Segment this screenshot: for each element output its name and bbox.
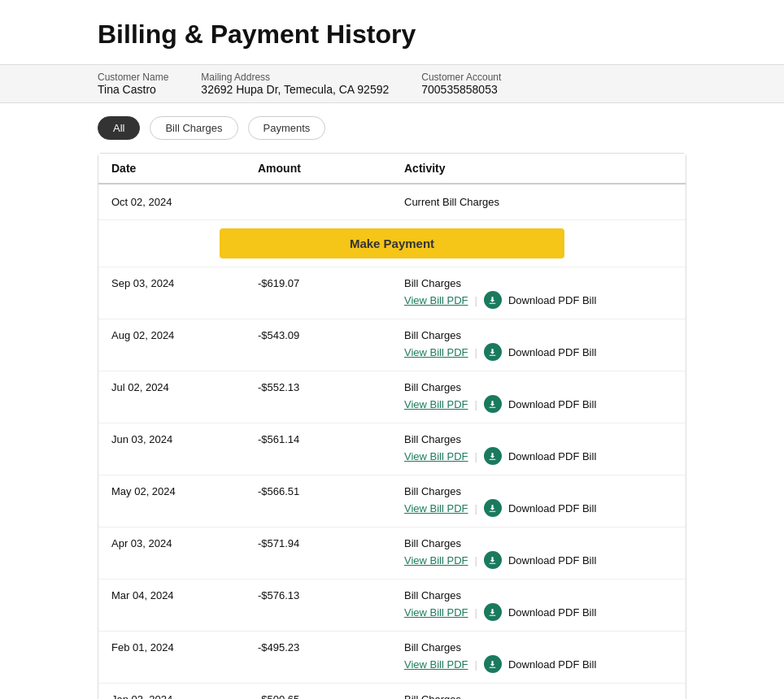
bill-top-row: Jun 03, 2024 -$561.14 Bill Charges <box>98 423 686 445</box>
filter-payments-button[interactable]: Payments <box>248 116 326 140</box>
bill-link-group: View Bill PDF | Download PDF Bill <box>404 551 673 569</box>
download-pdf-link[interactable]: Download PDF Bill <box>508 398 596 410</box>
bill-activity: Bill Charges <box>404 693 673 699</box>
bill-link-group: View Bill PDF | Download PDF Bill <box>404 603 673 621</box>
bill-activity: Bill Charges <box>404 537 673 549</box>
view-bill-link[interactable]: View Bill PDF <box>404 606 468 619</box>
bill-activity: Bill Charges <box>404 485 673 497</box>
download-pdf-link[interactable]: Download PDF Bill <box>508 502 596 514</box>
bill-bottom-row: View Bill PDF | Download PDF Bill <box>98 341 686 371</box>
download-icon <box>484 551 502 569</box>
bill-top-row: Sep 03, 2024 -$619.07 Bill Charges <box>98 267 686 289</box>
bill-amount: -$495.23 <box>258 641 404 653</box>
bill-link-group: View Bill PDF | Download PDF Bill <box>404 343 673 361</box>
table-row: Jun 03, 2024 -$561.14 Bill Charges View … <box>98 423 686 475</box>
bill-link-group: View Bill PDF | Download PDF Bill <box>404 395 673 413</box>
bill-activity: Bill Charges <box>404 329 673 341</box>
current-bill-activity: Current Bill Charges <box>404 196 673 208</box>
filter-bill-charges-button[interactable]: Bill Charges <box>150 116 237 140</box>
bill-top-row: Aug 02, 2024 -$543.09 Bill Charges <box>98 319 686 341</box>
bill-top-row: May 02, 2024 -$566.51 Bill Charges <box>98 475 686 497</box>
bill-date: Jan 03, 2024 <box>111 693 258 699</box>
bill-link-group: View Bill PDF | Download PDF Bill <box>404 655 673 673</box>
customer-name-label: Customer Name <box>98 72 168 83</box>
customer-address-section: Mailing Address 32692 Hupa Dr, Temecula,… <box>201 72 389 96</box>
bill-bottom-row: View Bill PDF | Download PDF Bill <box>98 549 686 579</box>
filter-all-button[interactable]: All <box>98 116 140 140</box>
bill-activity: Bill Charges <box>404 641 673 653</box>
bill-amount: -$576.13 <box>258 589 404 601</box>
table-row: May 02, 2024 -$566.51 Bill Charges View … <box>98 475 686 528</box>
customer-name-value: Tina Castro <box>98 83 168 96</box>
customer-info-bar: Customer Name Tina Castro Mailing Addres… <box>0 64 784 103</box>
table-row: Mar 04, 2024 -$576.13 Bill Charges View … <box>98 580 686 632</box>
view-bill-link[interactable]: View Bill PDF <box>404 346 468 358</box>
bill-records: Sep 03, 2024 -$619.07 Bill Charges View … <box>98 267 686 699</box>
bill-top-row: Feb 01, 2024 -$495.23 Bill Charges <box>98 632 686 653</box>
bill-amount: -$571.94 <box>258 537 404 549</box>
bill-date: Jun 03, 2024 <box>111 433 258 445</box>
download-pdf-link[interactable]: Download PDF Bill <box>508 554 596 567</box>
download-icon <box>484 395 502 413</box>
separator: | <box>475 346 477 358</box>
view-bill-link[interactable]: View Bill PDF <box>404 398 468 410</box>
col-date: Date <box>111 162 258 175</box>
table-row: Jul 02, 2024 -$552.13 Bill Charges View … <box>98 371 686 423</box>
separator: | <box>475 606 477 619</box>
current-bill-row: Oct 02, 2024 Current Bill Charges <box>98 185 686 220</box>
bill-activity: Bill Charges <box>404 381 673 393</box>
download-pdf-link[interactable]: Download PDF Bill <box>508 294 596 306</box>
bill-amount: -$552.13 <box>258 381 404 393</box>
col-amount: Amount <box>258 162 404 175</box>
customer-account-label: Customer Account <box>421 72 501 83</box>
table-header: Date Amount Activity <box>98 154 686 185</box>
bill-bottom-row: View Bill PDF | Download PDF Bill <box>98 653 686 683</box>
make-payment-button[interactable]: Make Payment <box>220 228 564 258</box>
bill-link-group: View Bill PDF | Download PDF Bill <box>404 447 673 465</box>
customer-name-section: Customer Name Tina Castro <box>98 72 168 96</box>
separator: | <box>475 450 477 462</box>
download-pdf-link[interactable]: Download PDF Bill <box>508 450 596 462</box>
download-pdf-link[interactable]: Download PDF Bill <box>508 606 596 619</box>
view-bill-link[interactable]: View Bill PDF <box>404 658 468 671</box>
bill-bottom-row: View Bill PDF | Download PDF Bill <box>98 289 686 319</box>
current-bill-date: Oct 02, 2024 <box>111 196 258 208</box>
bill-amount: -$566.51 <box>258 485 404 497</box>
bill-bottom-row: View Bill PDF | Download PDF Bill <box>98 393 686 423</box>
download-icon <box>484 603 502 621</box>
bill-date: Mar 04, 2024 <box>111 589 258 601</box>
table-row: Feb 01, 2024 -$495.23 Bill Charges View … <box>98 632 686 684</box>
bill-bottom-row: View Bill PDF | Download PDF Bill <box>98 497 686 527</box>
bill-top-row: Jul 02, 2024 -$552.13 Bill Charges <box>98 371 686 393</box>
view-bill-link[interactable]: View Bill PDF <box>404 554 468 567</box>
download-pdf-link[interactable]: Download PDF Bill <box>508 658 596 671</box>
bill-top-row: Apr 03, 2024 -$571.94 Bill Charges <box>98 528 686 549</box>
separator: | <box>475 398 477 410</box>
download-pdf-link[interactable]: Download PDF Bill <box>508 346 596 358</box>
bill-amount: -$543.09 <box>258 329 404 341</box>
separator: | <box>475 658 477 671</box>
separator: | <box>475 294 477 306</box>
view-bill-link[interactable]: View Bill PDF <box>404 450 468 462</box>
bill-date: Feb 01, 2024 <box>111 641 258 653</box>
bill-top-row: Mar 04, 2024 -$576.13 Bill Charges <box>98 580 686 601</box>
make-payment-row: Make Payment <box>98 220 686 267</box>
view-bill-link[interactable]: View Bill PDF <box>404 294 468 306</box>
download-icon <box>484 447 502 465</box>
bill-link-group: View Bill PDF | Download PDF Bill <box>404 499 673 517</box>
bill-amount: -$561.14 <box>258 433 404 445</box>
table-row: Sep 03, 2024 -$619.07 Bill Charges View … <box>98 267 686 319</box>
billing-table: Date Amount Activity Oct 02, 2024 Curren… <box>98 153 686 699</box>
table-row: Apr 03, 2024 -$571.94 Bill Charges View … <box>98 528 686 580</box>
bill-activity: Bill Charges <box>404 277 673 289</box>
filter-bar: All Bill Charges Payments <box>0 103 784 153</box>
bill-activity: Bill Charges <box>404 589 673 601</box>
page-title: Billing & Payment History <box>0 0 784 64</box>
table-row: Jan 03, 2024 -$500.65 Bill Charges View … <box>98 684 686 699</box>
download-icon <box>484 655 502 673</box>
bill-date: Aug 02, 2024 <box>111 329 258 341</box>
bill-amount: -$500.65 <box>258 693 404 699</box>
separator: | <box>475 554 477 567</box>
view-bill-link[interactable]: View Bill PDF <box>404 502 468 514</box>
bill-bottom-row: View Bill PDF | Download PDF Bill <box>98 601 686 631</box>
